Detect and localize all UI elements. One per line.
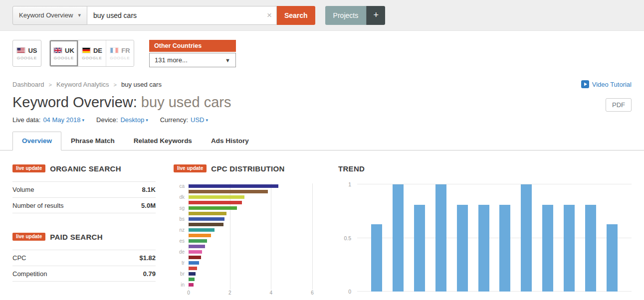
currency-dropdown[interactable]: USD ▾ [191,116,208,124]
other-countries-dropdown[interactable]: 131 more... ▼ [149,53,236,67]
axis-tick-label: 6 [311,290,314,296]
metric-value: 0.79 [143,270,156,278]
organic-table: Volume8.1KNumber of results5.0M [12,181,156,213]
currency-value: USD [191,116,204,124]
trend-plot [357,184,632,292]
pdf-button[interactable]: PDF [606,98,632,112]
tab-overview[interactable]: Overview [12,132,61,150]
paid-search-header: live update PAID SEARCH [12,232,156,242]
metric-row: CPC$1.82 [12,250,156,266]
cpc-bar [189,283,194,287]
trend-bar [585,205,596,292]
trend-ylabels: 00.51 [338,184,351,292]
cpc-bar [189,239,207,243]
cpc-country-label [174,277,185,282]
uk-flag-icon [53,47,62,53]
device-dropdown[interactable]: Desktop ▾ [120,116,148,124]
search-button[interactable]: Search [277,6,315,25]
de-flag-icon [82,47,91,53]
cpc-country-label: br [174,271,185,277]
country-engine: GOOGLE [110,56,130,60]
breadcrumb-item[interactable]: Dashboard [12,81,44,88]
cpc-xaxis: 0246 [189,288,312,296]
cpc-country-label: sg [174,205,185,211]
cpc-bar [189,245,205,248]
cpc-bar [189,228,215,232]
cpc-bar [189,206,237,210]
trend-bar [435,184,446,292]
country-fr-button[interactable]: FR GOOGLE [106,40,134,66]
cpc-bar-row [189,194,312,200]
axis-tick-label: 0 [348,289,351,295]
cpc-bar [189,201,242,204]
cpc-country-label: ca [174,183,185,189]
cpc-bar [189,190,268,193]
search-box: × [87,6,277,25]
currency-label: Currency: [160,116,188,124]
live-data-group: Live data: 04 May 2018 ▾ [12,116,84,124]
cpc-country-label [174,222,185,227]
live-data-date-dropdown[interactable]: 04 May 2018 ▾ [43,116,84,124]
cpc-bar-row [189,211,312,216]
projects-group: Projects + [325,6,386,25]
breadcrumb-item[interactable]: Keyword Analytics [56,81,109,88]
cpc-bar-row [189,260,312,266]
cpc-distribution-chart: cadksgbsnzesdetrbrin [174,183,323,288]
other-countries-header: Other Countries [149,40,236,52]
tab-phrase-match[interactable]: Phrase Match [61,132,124,150]
device-label: Device: [96,116,118,124]
trend-bar [457,205,468,292]
chevron-down-icon: ▾ [146,118,148,123]
metric-value: 8.1K [142,186,156,193]
cpc-country-label [174,233,185,238]
trend-bar [414,205,425,292]
trend-bar [371,224,382,292]
country-uk-button[interactable]: UK GOOGLE [50,40,78,66]
add-project-button[interactable]: + [366,6,385,25]
trend-bar [393,184,404,292]
breadcrumb-row: Dashboard>Keyword Analytics>buy used car… [0,80,644,88]
metric-label: Number of results [12,202,64,209]
cpc-country-label: nz [174,227,185,233]
axis-tick-label: 0 [187,290,190,296]
projects-button[interactable]: Projects [325,6,367,25]
country-code: FR [121,47,130,54]
cpc-bar [189,217,224,221]
scope-dropdown[interactable]: Keyword Overview ▾ [12,6,87,25]
cpc-country-label: es [174,238,185,244]
topbar: Keyword Overview ▾ × Search Projects + [0,0,644,31]
country-us-button[interactable]: US GOOGLE [12,40,41,67]
axis-tick-label: 4 [270,290,273,296]
cpc-country-label: tr [174,260,185,266]
tab-ads-history[interactable]: Ads History [202,132,258,150]
cpc-bar [189,278,195,281]
country-group: UK GOOGLE DE GOOGLE FR [49,40,134,67]
currency-group: Currency: USD ▾ [160,116,208,124]
trend-bar [607,224,618,292]
trend-chart: 00.51 [338,184,632,292]
axis-tick-label: 0.5 [344,235,351,241]
cpc-bar [189,212,226,215]
cpc-bar [189,195,244,199]
video-tutorial-link[interactable]: Video Tutorial [581,80,632,88]
cpc-distribution-panel: live update CPC DISTRIBUTION cadksgbsnze… [174,163,323,296]
search-input[interactable] [87,6,277,25]
page-title: Keyword Overview: buy used cars [12,94,231,111]
organic-paid-panel: live update ORGANIC SEARCH Volume8.1KNum… [12,163,156,296]
metric-value: 5.0M [141,202,156,209]
cpc-country-label: dk [174,194,185,200]
trend-bar [478,205,489,292]
cpc-bar-row [189,216,312,222]
clear-search-icon[interactable]: × [267,10,272,20]
country-engine: GOOGLE [17,56,37,60]
trend-bars [357,184,632,292]
country-uk-label-row: UK [53,47,74,54]
title-row: Keyword Overview: buy used cars PDF [0,94,644,112]
cpc-country-label: in [174,282,185,288]
breadcrumb-item: buy used cars [121,81,162,88]
video-tutorial-label: Video Tutorial [592,81,632,88]
tab-related-keywords[interactable]: Related Keywords [124,132,202,150]
cpc-bar-row [189,183,312,189]
scope-dropdown-label: Keyword Overview [19,11,73,19]
country-de-button[interactable]: DE GOOGLE [78,40,106,66]
